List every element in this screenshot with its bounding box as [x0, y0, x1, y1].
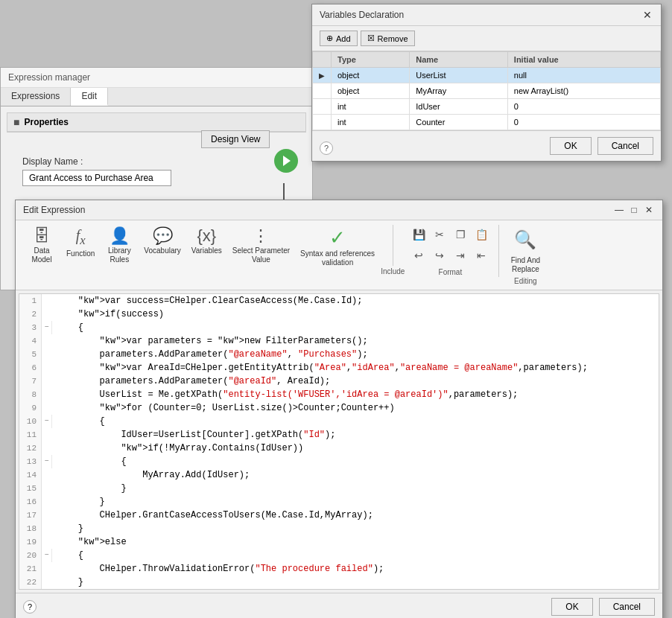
- vars-table-row[interactable]: int Counter 0: [313, 115, 661, 130]
- vars-remove-button[interactable]: ☒ Remove: [361, 31, 415, 46]
- code-line[interactable]: 20− {: [19, 549, 659, 562]
- col-initial-value: Initial value: [507, 52, 660, 68]
- line-number: 21: [19, 562, 42, 576]
- code-line[interactable]: 16 }: [19, 495, 659, 509]
- undo-button[interactable]: ↩: [409, 246, 428, 265]
- line-number: 1: [19, 294, 42, 308]
- fold-icon[interactable]: −: [44, 549, 48, 562]
- function-label: Function: [66, 249, 95, 258]
- library-rules-button[interactable]: 👤 LibraryRules: [101, 225, 138, 267]
- code-text: }: [52, 495, 659, 509]
- edit-help-button[interactable]: ?: [23, 600, 37, 614]
- cut-button[interactable]: ✂: [430, 225, 449, 244]
- vars-help-button[interactable]: ?: [320, 141, 333, 155]
- code-line[interactable]: 9 "kw">for (Counter=0; UserList.size()>C…: [19, 401, 659, 415]
- code-line[interactable]: 4 "kw">var parameters = "kw">new FilterP…: [19, 334, 659, 348]
- fold-icon[interactable]: −: [44, 415, 48, 428]
- edit-expression-dialog: Edit Expression — □ ✕ 🗄 DataModel fx Fun…: [15, 200, 663, 618]
- row-arrow-cell: [313, 99, 332, 115]
- close-button[interactable]: ✕: [643, 204, 655, 216]
- library-rules-icon: 👤: [110, 228, 130, 244]
- code-line[interactable]: 21 CHelper.ThrowValidationError("The pro…: [19, 562, 659, 576]
- play-button[interactable]: [274, 149, 298, 173]
- vars-table-row[interactable]: int IdUser 0: [313, 99, 661, 115]
- variables-icon: {x}: [197, 228, 216, 244]
- data-model-button[interactable]: 🗄 DataModel: [23, 225, 60, 267]
- code-line[interactable]: 15 }: [19, 482, 659, 495]
- minimize-button[interactable]: —: [613, 204, 625, 216]
- var-type: object: [332, 83, 410, 99]
- copy-button[interactable]: ❐: [451, 225, 470, 244]
- code-line[interactable]: 18 }: [19, 522, 659, 535]
- paste-button[interactable]: 📋: [472, 225, 491, 244]
- remove-icon: ☒: [367, 34, 375, 43]
- vars-table-row[interactable]: ▶ object UserList null: [313, 68, 661, 83]
- edit-cancel-button[interactable]: Cancel: [599, 598, 655, 616]
- display-name-input[interactable]: Grant Access to Purchase Area: [22, 170, 171, 186]
- code-text: parameters.AddParameter("@areaName", "Pu…: [52, 348, 659, 361]
- fold-icon[interactable]: −: [44, 455, 48, 468]
- fold-gutter[interactable]: −: [42, 455, 52, 468]
- code-line[interactable]: 22 }: [19, 576, 659, 589]
- syntax-validation-button[interactable]: ✓ Syntax and referencesvalidation: [296, 225, 379, 270]
- vars-cancel-button[interactable]: Cancel: [597, 137, 653, 155]
- line-number: 4: [19, 334, 42, 348]
- vocabulary-button[interactable]: 💬 Vocabulary: [139, 225, 185, 258]
- code-line[interactable]: 5 parameters.AddParameter("@areaName", "…: [19, 348, 659, 361]
- indent-button[interactable]: ⇥: [451, 246, 470, 265]
- code-line[interactable]: 12 "kw">if(!MyArray.Contains(IdUser)): [19, 442, 659, 455]
- tab-expressions[interactable]: Expressions: [1, 88, 71, 106]
- code-line[interactable]: 11 IdUser=UserList[Counter].getXPath("Id…: [19, 428, 659, 442]
- vars-table-row[interactable]: object MyArray new ArrayList(): [313, 83, 661, 99]
- vars-close-button[interactable]: ✕: [641, 9, 653, 21]
- tab-edit[interactable]: Edit: [71, 88, 108, 106]
- code-text: UserList = Me.getXPath("entity-list('WFU…: [52, 388, 659, 401]
- select-parameter-button[interactable]: ⋮ Select ParameterValue: [228, 225, 294, 267]
- code-line[interactable]: 14 MyArray.Add(IdUser);: [19, 468, 659, 482]
- code-line[interactable]: 8 UserList = Me.getXPath("entity-list('W…: [19, 388, 659, 401]
- data-model-label: DataModel: [31, 246, 51, 264]
- edit-ok-button[interactable]: OK: [551, 598, 592, 616]
- var-initial-value: new ArrayList(): [507, 83, 660, 99]
- vars-add-button[interactable]: ⊕ Add: [320, 31, 358, 46]
- code-editor[interactable]: 1 "kw">var success=CHelper.ClearCaseAcce…: [19, 293, 659, 590]
- fold-icon[interactable]: −: [44, 321, 48, 334]
- design-view-button[interactable]: Design View: [201, 130, 270, 148]
- code-text: }: [52, 522, 659, 535]
- fold-gutter[interactable]: −: [42, 415, 52, 428]
- format-row1: 💾 ✂ ❐ 📋: [409, 225, 491, 244]
- code-line[interactable]: 2 "kw">if(success): [19, 308, 659, 321]
- code-line[interactable]: 17 CHelper.GrantCaseAccessToUsers(Me.Cas…: [19, 509, 659, 522]
- fold-gutter[interactable]: −: [42, 549, 52, 562]
- find-replace-button[interactable]: 🔍: [507, 225, 544, 255]
- maximize-button[interactable]: □: [628, 204, 640, 216]
- find-replace-label: Find AndReplace: [511, 256, 540, 274]
- var-type: object: [332, 68, 410, 83]
- function-button[interactable]: fx Function: [62, 225, 99, 261]
- save-button[interactable]: 💾: [409, 225, 428, 244]
- code-line[interactable]: 6 "kw">var AreaId=CHelper.getEntityAttri…: [19, 361, 659, 375]
- code-text: CHelper.ThrowValidationError("The proced…: [52, 562, 659, 576]
- vars-title-bar: Variables Declaration ✕: [312, 4, 661, 26]
- outdent-button[interactable]: ⇤: [472, 246, 491, 265]
- code-line[interactable]: 3− {: [19, 321, 659, 334]
- vars-table: Type Name Initial value ▶ object UserLis…: [312, 51, 661, 130]
- fold-gutter[interactable]: −: [42, 321, 52, 334]
- find-replace-group: 🔍 Find AndReplace Editing: [507, 225, 544, 285]
- line-number: 19: [19, 535, 42, 549]
- code-line[interactable]: 7 parameters.AddParameter("@areaId", Are…: [19, 375, 659, 388]
- variables-button[interactable]: {x} Variables: [187, 225, 226, 258]
- var-type: int: [332, 99, 410, 115]
- edit-toolbar: 🗄 DataModel fx Function 👤 LibraryRules 💬…: [16, 220, 662, 290]
- code-line[interactable]: 1 "kw">var success=CHelper.ClearCaseAcce…: [19, 294, 659, 308]
- vars-ok-button[interactable]: OK: [550, 137, 591, 155]
- vars-toolbar: ⊕ Add ☒ Remove: [312, 26, 661, 51]
- line-number: 7: [19, 375, 42, 388]
- redo-button[interactable]: ↪: [430, 246, 449, 265]
- vars-dialog-title: Variables Declaration: [320, 10, 404, 20]
- properties-icon: ■: [13, 116, 19, 128]
- line-number: 9: [19, 401, 42, 415]
- code-line[interactable]: 19 "kw">else: [19, 535, 659, 549]
- code-line[interactable]: 10− {: [19, 415, 659, 428]
- code-line[interactable]: 13− {: [19, 455, 659, 468]
